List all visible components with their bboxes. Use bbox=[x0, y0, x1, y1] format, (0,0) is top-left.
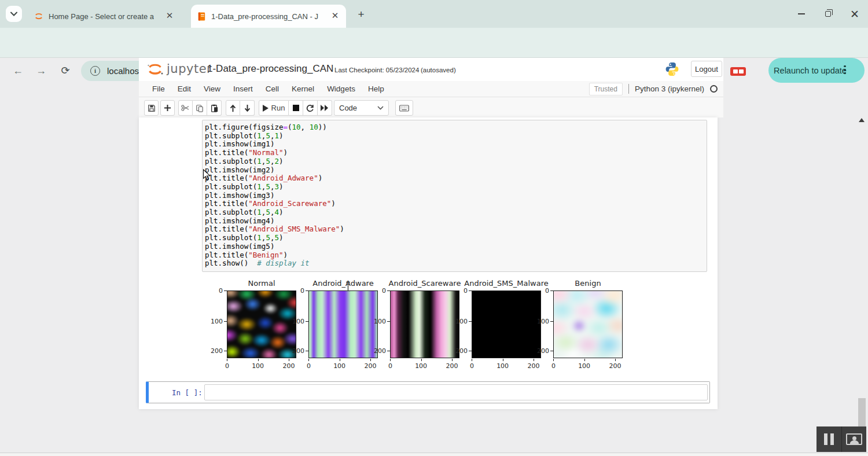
copy-cell-button[interactable] bbox=[193, 100, 207, 116]
subplot-title: Benign bbox=[575, 279, 601, 288]
interrupt-kernel-button[interactable] bbox=[289, 100, 303, 116]
pause-icon bbox=[824, 433, 834, 445]
menu-kernel[interactable]: Kernel bbox=[285, 81, 321, 97]
tab-search-button[interactable] bbox=[6, 6, 22, 22]
extension-badge-icon[interactable] bbox=[730, 67, 746, 76]
browser-menu-dots-icon[interactable] bbox=[844, 64, 846, 76]
code-line[interactable]: plt.subplot(1,5,2) bbox=[205, 157, 704, 166]
relaunch-to-update-button[interactable]: Relaunch to update bbox=[768, 58, 865, 83]
mouse-cursor bbox=[203, 169, 211, 181]
new-tab-button[interactable]: + bbox=[354, 8, 368, 21]
x-tick-label: 0 bbox=[382, 362, 398, 370]
x-tick-label: 100 bbox=[495, 362, 510, 370]
camera-preview-button[interactable] bbox=[841, 426, 867, 452]
code-line[interactable]: plt.figure(figsize=(10, 10)) bbox=[205, 123, 704, 132]
arrow-down-icon bbox=[244, 104, 251, 112]
code-line[interactable]: plt.imshow(img4) bbox=[205, 217, 704, 226]
restore-icon bbox=[825, 11, 831, 17]
x-tick-mark bbox=[452, 359, 453, 361]
menu-cell[interactable]: Cell bbox=[259, 81, 285, 97]
jupyter-wordmark[interactable]: jupyter bbox=[167, 62, 212, 76]
menu-edit[interactable]: Edit bbox=[171, 81, 197, 97]
forward-button[interactable]: → bbox=[34, 63, 49, 78]
subplot-image bbox=[227, 290, 296, 358]
cell-prompt: In [ ]: bbox=[172, 388, 203, 397]
y-tick-mark bbox=[387, 351, 390, 351]
code-line[interactable]: plt.title("Android_Adware") bbox=[205, 174, 704, 183]
reload-button[interactable]: ⟳ bbox=[58, 63, 73, 78]
screen-recording-overlay bbox=[816, 426, 866, 452]
y-tick-mark bbox=[224, 290, 227, 291]
y-tick-mark bbox=[469, 290, 472, 291]
code-line[interactable]: plt.imshow(img1) bbox=[205, 140, 704, 149]
code-line[interactable]: plt.subplot(1,5,1) bbox=[205, 132, 704, 141]
restart-run-all-button[interactable] bbox=[318, 100, 332, 116]
code-line[interactable]: plt.title("Benign") bbox=[205, 251, 704, 260]
move-cell-up-button[interactable] bbox=[226, 100, 240, 116]
code-line[interactable]: plt.imshow(img2) bbox=[205, 166, 704, 175]
selected-empty-cell[interactable]: In [ ]: bbox=[146, 381, 710, 403]
notebook-favicon-icon bbox=[197, 12, 207, 21]
tab-close-icon[interactable]: ✕ bbox=[330, 11, 340, 21]
tab-close-icon[interactable]: ✕ bbox=[164, 11, 175, 21]
paste-cell-button[interactable] bbox=[207, 100, 222, 116]
code-line[interactable]: plt.subplot(1,5,4) bbox=[205, 208, 704, 217]
close-button[interactable]: ✕ bbox=[841, 2, 868, 25]
command-palette-button[interactable] bbox=[395, 100, 413, 116]
y-tick-mark bbox=[550, 290, 553, 291]
y-tick-label: 200 bbox=[210, 347, 223, 355]
code-line[interactable]: plt.show() # display it bbox=[205, 259, 704, 268]
x-tick-label: 0 bbox=[464, 362, 479, 370]
autosave-status: (autosaved) bbox=[421, 67, 456, 73]
browser-tab-home[interactable]: Home Page - Select or create a ✕ bbox=[28, 5, 181, 28]
site-info-icon[interactable]: i bbox=[90, 66, 100, 76]
back-button[interactable]: ← bbox=[10, 63, 25, 78]
logout-button[interactable]: Logout bbox=[691, 61, 722, 77]
code-line[interactable]: plt.imshow(img3) bbox=[205, 192, 704, 200]
maximize-button[interactable] bbox=[815, 2, 841, 25]
fast-forward-icon bbox=[321, 105, 329, 111]
y-tick-mark bbox=[469, 321, 472, 322]
x-tick-label: 200 bbox=[608, 362, 623, 370]
empty-cell-input[interactable] bbox=[204, 384, 708, 400]
restart-kernel-button[interactable] bbox=[303, 100, 318, 116]
code-line[interactable]: plt.subplot(1,5,5) bbox=[205, 234, 704, 242]
minimize-button[interactable] bbox=[788, 2, 815, 25]
recording-pause-button[interactable] bbox=[816, 426, 841, 452]
code-line[interactable]: plt.title("Android_Scareware") bbox=[205, 200, 704, 208]
menu-file[interactable]: File bbox=[146, 81, 171, 97]
browser-toolbar: ← → ⟳ i localhost:8888/notebooks/1-Data_… bbox=[0, 28, 868, 58]
cut-cell-button[interactable] bbox=[178, 100, 193, 116]
subplot-title: Normal bbox=[248, 279, 275, 288]
code-cell-input[interactable]: plt.figure(figsize=(10, 10))plt.subplot(… bbox=[202, 120, 707, 272]
run-cell-button[interactable]: Run bbox=[259, 100, 289, 116]
y-tick-label: 200 bbox=[292, 347, 304, 355]
browser-tab-notebook[interactable]: 1-Data_pre-processing_CAN - J ✕ bbox=[191, 5, 346, 28]
insert-cell-button[interactable] bbox=[160, 100, 175, 116]
menu-list: FileEditViewInsertCellKernelWidgetsHelp bbox=[146, 81, 391, 97]
menu-help[interactable]: Help bbox=[362, 81, 391, 97]
scrollbar-up-arrow[interactable] bbox=[859, 118, 865, 122]
chevron-down-icon bbox=[377, 106, 384, 110]
cell-type-dropdown[interactable]: Code bbox=[334, 100, 389, 116]
scrollbar-thumb[interactable] bbox=[858, 398, 866, 429]
arrow-up-icon bbox=[229, 104, 237, 112]
trusted-badge[interactable]: Trusted bbox=[589, 83, 623, 95]
code-line[interactable]: plt.title("Normal") bbox=[205, 149, 704, 157]
save-button[interactable] bbox=[144, 100, 159, 116]
x-tick-mark bbox=[615, 359, 616, 361]
notebook-menubar: FileEditViewInsertCellKernelWidgetsHelp … bbox=[139, 81, 723, 97]
menu-view[interactable]: View bbox=[197, 81, 227, 97]
x-tick-label: 0 bbox=[301, 362, 316, 370]
x-tick-mark bbox=[340, 359, 340, 361]
code-line[interactable]: plt.title("Android_SMS_Malware") bbox=[205, 225, 704, 234]
jupyter-logo-icon[interactable] bbox=[146, 61, 164, 78]
y-tick-mark bbox=[550, 321, 553, 322]
move-cell-down-button[interactable] bbox=[240, 100, 255, 116]
notebook-title[interactable]: 1-Data_pre-processing_CAN bbox=[207, 63, 333, 75]
code-line[interactable]: plt.imshow(img5) bbox=[205, 242, 704, 251]
code-line[interactable]: plt.subplot(1,5,3) bbox=[205, 183, 704, 192]
code-editor[interactable]: plt.figure(figsize=(10, 10))plt.subplot(… bbox=[205, 123, 704, 268]
menu-insert[interactable]: Insert bbox=[227, 81, 259, 97]
menu-widgets[interactable]: Widgets bbox=[321, 81, 362, 97]
